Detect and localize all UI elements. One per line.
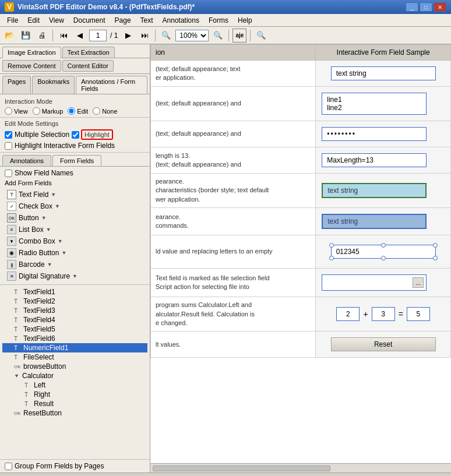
tree-item-result[interactable]: T Result: [2, 399, 147, 408]
menu-file[interactable]: File: [2, 15, 23, 26]
page-number-input[interactable]: 1: [89, 30, 107, 41]
prev-page-button[interactable]: ◀: [73, 29, 87, 43]
find-button[interactable]: 🔍: [254, 29, 268, 43]
file-browse-button[interactable]: ...: [413, 277, 424, 288]
tree-item-resetbutton[interactable]: OK ResetButton: [2, 408, 147, 418]
button-item[interactable]: OK Button ▼: [5, 212, 145, 224]
radio-button-item[interactable]: ◉ Radio Button ▼: [5, 247, 145, 259]
textfield1-icon: T: [14, 289, 22, 295]
last-page-button[interactable]: ⏭: [138, 29, 151, 43]
spin-field-sample[interactable]: 012345: [331, 245, 436, 259]
text-field-item[interactable]: T Text Field ▼: [5, 189, 145, 200]
menu-annotations[interactable]: Annotations: [158, 15, 204, 26]
minimize-button[interactable]: _: [406, 2, 418, 12]
bookmarks-tab[interactable]: Bookmarks: [32, 76, 75, 94]
sample-cell-9: 2 + 3 = 5: [316, 297, 451, 332]
markup-radio[interactable]: Markup: [33, 107, 64, 115]
menu-document[interactable]: Document: [69, 15, 110, 26]
tree-item-textfield5[interactable]: T TextField5: [2, 325, 147, 334]
maxlen-field-sample[interactable]: MaxLength=13: [322, 153, 427, 167]
radio-button-arrow: ▼: [61, 250, 66, 256]
highlighted-field-sample[interactable]: text string: [322, 183, 427, 198]
close-button[interactable]: ✕: [434, 2, 446, 12]
menu-page[interactable]: Page: [110, 15, 136, 26]
annotations-sub-tab[interactable]: Annotations: [2, 155, 51, 166]
none-radio[interactable]: None: [93, 107, 117, 115]
pages-tab[interactable]: Pages: [2, 76, 31, 94]
h-scrollbar-thumb[interactable]: [153, 466, 330, 471]
menu-view[interactable]: View: [44, 15, 69, 26]
tree-item-fileselect[interactable]: T FileSelect: [2, 352, 147, 362]
first-page-button[interactable]: ⏮: [57, 29, 71, 43]
table-row: Text field is marked as file selection f…: [151, 269, 451, 297]
textfield3-icon: T: [14, 308, 22, 314]
desc-column-header: ion: [151, 45, 316, 61]
text-field-sample-2[interactable]: line1line2: [322, 93, 427, 115]
edit-radio[interactable]: Edit: [68, 107, 88, 115]
show-field-names-checkbox[interactable]: [5, 170, 12, 177]
zoom-out-button[interactable]: 🔍: [159, 29, 173, 43]
open-button[interactable]: 📂: [2, 29, 16, 43]
tree-item-textfield3[interactable]: T TextField3: [2, 306, 147, 315]
form-fields-sub-tab[interactable]: Form Fields: [52, 155, 101, 166]
tree-item-right[interactable]: T Right: [2, 390, 147, 399]
highlight-interactive-checkbox[interactable]: [5, 142, 12, 150]
tree-item-textfield1[interactable]: T TextField1: [2, 287, 147, 297]
tree-item-left[interactable]: T Left: [2, 380, 147, 390]
menu-help[interactable]: Help: [233, 15, 257, 26]
text-tool-button[interactable]: aje: [232, 29, 246, 43]
text-extraction-tab[interactable]: Text Extraction: [62, 47, 115, 58]
tree-item-calculator[interactable]: ▼ Calculator: [2, 371, 147, 380]
digital-signature-item[interactable]: ✕ Digital Signature ▼: [5, 270, 145, 282]
next-page-button[interactable]: ▶: [121, 29, 135, 43]
highlight-interactive-row: Highlight Interactive Form Fields: [5, 142, 145, 150]
sub-tabs: Annotations Form Fields: [0, 153, 150, 167]
tree-item-textfield2[interactable]: T TextField2: [2, 297, 147, 306]
menu-forms[interactable]: Forms: [204, 15, 233, 26]
calc-right-field[interactable]: 3: [372, 307, 395, 321]
group-form-fields-checkbox[interactable]: [5, 463, 12, 470]
tree-item-textfield4[interactable]: T TextField4: [2, 315, 147, 325]
menu-text[interactable]: Text: [136, 15, 158, 26]
check-box-item[interactable]: ✓ Check Box ▼: [5, 200, 145, 212]
group-check-row: Group Form Fields by Pages: [0, 459, 150, 473]
content-editor-button[interactable]: Content Editor: [62, 60, 114, 72]
calc-left-field[interactable]: 2: [336, 307, 360, 321]
tree-item-browsebutton[interactable]: OK browseButton: [2, 362, 147, 371]
image-extraction-tab[interactable]: Image Extraction: [2, 47, 61, 58]
check-box-icon: ✓: [7, 202, 16, 211]
password-field-sample[interactable]: ••••••••: [322, 127, 427, 141]
multiple-selection-checkbox[interactable]: [5, 131, 12, 139]
sample-cell-3: ••••••••: [316, 121, 451, 147]
calc-result-field[interactable]: 5: [407, 307, 430, 321]
tree-item-textfield6[interactable]: T TextField6: [2, 334, 147, 343]
remove-content-button[interactable]: Remove Content: [2, 60, 61, 72]
text-field-sample-1[interactable]: text string: [331, 66, 436, 80]
tree-item-numericfield1[interactable]: T NumericField1: [2, 343, 147, 352]
title-bar: V VintaSoft PDF Editor Demo v8.4 - (PdfT…: [0, 0, 451, 14]
combo-box-item[interactable]: ▼ Combo Box ▼: [5, 235, 145, 247]
save-button[interactable]: 💾: [19, 29, 33, 43]
reset-button-sample[interactable]: Reset: [331, 337, 436, 351]
highlight-checkbox[interactable]: [72, 131, 79, 139]
view-radio[interactable]: View: [5, 107, 28, 115]
result-icon: T: [24, 401, 33, 407]
print-button[interactable]: 🖨: [35, 29, 49, 43]
annotations-form-fields-tab[interactable]: Annotations / Form Fields: [76, 76, 147, 94]
barcode-item[interactable]: ||| Barcode ▼: [5, 259, 145, 270]
sample-cell-5: text string: [316, 174, 451, 208]
calc-equals-operator: =: [399, 309, 403, 319]
browsebutton-label: browseButton: [23, 362, 66, 371]
maximize-button[interactable]: □: [420, 2, 432, 12]
list-box-item[interactable]: ≡ List Box ▼: [5, 224, 145, 235]
file-select-sample[interactable]: ...: [322, 274, 427, 291]
dark-highlighted-sample[interactable]: text string: [322, 214, 427, 229]
h-scrollbar[interactable]: [150, 463, 451, 473]
textfield4-label: TextField4: [23, 316, 55, 324]
scroll-container[interactable]: ion Interactive Form Field Sample (text;…: [150, 44, 451, 463]
menu-edit[interactable]: Edit: [23, 15, 44, 26]
zoom-select[interactable]: 100% 75% 150%: [175, 30, 209, 41]
zoom-in-button[interactable]: 🔍: [211, 29, 225, 43]
window-controls: _ □ ✕: [406, 2, 446, 12]
table-row: (text; default appearance; texter applic…: [151, 61, 451, 87]
